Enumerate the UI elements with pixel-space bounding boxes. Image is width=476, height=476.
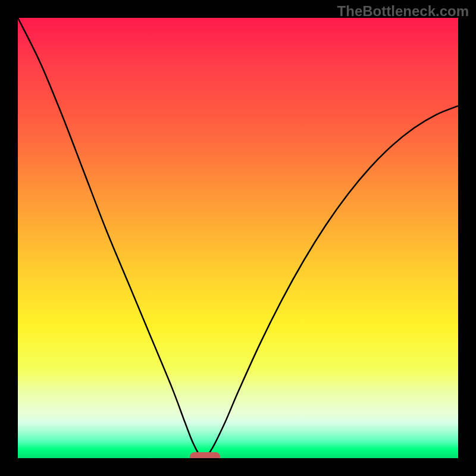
optimal-marker: [190, 452, 221, 458]
chart-area: [18, 18, 458, 458]
bottleneck-curve: [18, 18, 458, 458]
chart-container: TheBottleneck.com: [0, 0, 476, 476]
watermark-text: TheBottleneck.com: [337, 3, 469, 20]
